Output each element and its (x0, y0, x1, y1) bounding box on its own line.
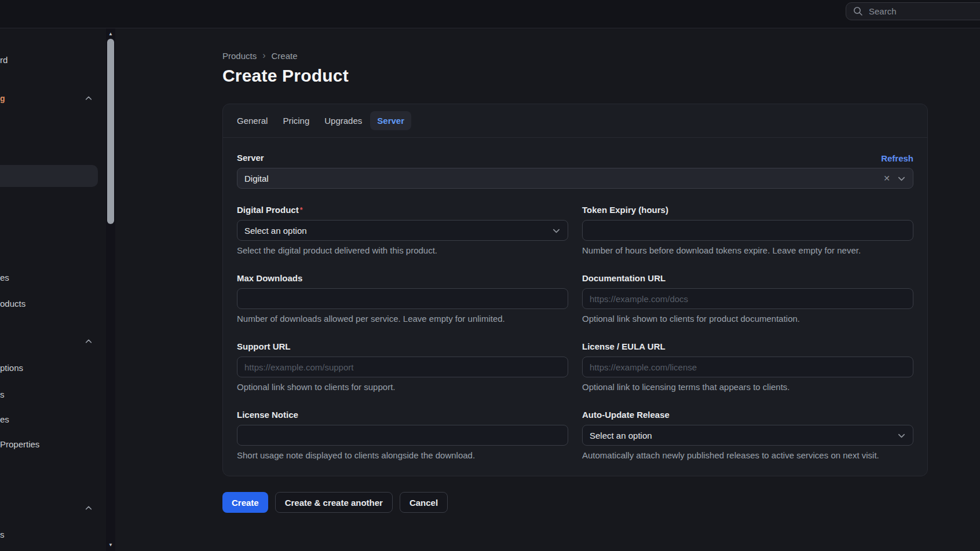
sidebar: rd g es oducts ptions s es (0, 28, 106, 551)
breadcrumb: Products › Create (222, 50, 980, 61)
form-field-license-eula-url: License / EULA URL Optional link to lice… (582, 341, 913, 392)
chevron-down-icon (552, 226, 561, 235)
tab-pricing[interactable]: Pricing (276, 111, 316, 130)
token-expiry-label: Token Expiry (hours) (582, 205, 668, 215)
scrollbar-thumb[interactable] (107, 39, 114, 224)
token-expiry-input[interactable] (582, 220, 913, 241)
sidebar-item-1[interactable]: es (0, 266, 98, 288)
form-field-license-notice: License Notice Short usage note displaye… (237, 410, 568, 461)
server-select-value: Digital (244, 174, 269, 183)
license-notice-label: License Notice (237, 410, 298, 420)
max-downloads-label: Max Downloads (237, 273, 302, 284)
support-url-input[interactable] (237, 357, 568, 377)
tab-general[interactable]: General (230, 111, 275, 130)
form-actions: Create Create & create another Cancel (222, 492, 980, 513)
support-url-label: Support URL (237, 341, 290, 352)
global-search-input[interactable]: Search (846, 2, 980, 20)
search-placeholder: Search (869, 6, 897, 16)
auto-update-release-helper: Automatically attach newly published rel… (582, 450, 913, 461)
chevron-up-icon (85, 94, 93, 104)
topbar: Search (0, 0, 980, 28)
create-and-create-another-button[interactable]: Create & create another (275, 492, 393, 513)
max-downloads-input[interactable] (237, 288, 568, 309)
breadcrumb-item-products[interactable]: Products (222, 51, 257, 61)
sidebar-group-header-3[interactable] (0, 497, 98, 519)
digital-product-helper: Select the digital product delivered wit… (237, 245, 568, 256)
chevron-up-icon (85, 504, 93, 514)
server-select[interactable]: Digital ✕ (237, 168, 913, 189)
sidebar-item-2[interactable]: s (0, 383, 98, 405)
search-icon (853, 6, 863, 16)
sidebar-scrollbar[interactable]: ▲ ▼ (106, 28, 115, 551)
cancel-button[interactable]: Cancel (400, 492, 448, 513)
page-title: Create Product (222, 65, 980, 86)
refresh-link[interactable]: Refresh (881, 153, 913, 163)
documentation-url-label: Documentation URL (582, 273, 665, 284)
license-eula-url-label: License / EULA URL (582, 341, 665, 352)
sidebar-group-header-1[interactable]: g (0, 87, 98, 109)
breadcrumb-item-create: Create (272, 51, 298, 61)
chevron-up-icon (85, 337, 93, 347)
digital-product-select[interactable]: Select an option (237, 220, 568, 241)
sidebar-item-4[interactable]: s (0, 523, 98, 545)
max-downloads-helper: Number of downloads allowed per service.… (237, 314, 568, 324)
form-field-server: Server Refresh Digital ✕ (237, 153, 913, 189)
scrollbar-up-arrow-icon[interactable]: ▲ (106, 31, 115, 37)
form-card: General Pricing Upgrades Server Server R… (222, 104, 928, 476)
sidebar-group-header-2[interactable] (0, 330, 98, 352)
documentation-url-helper: Optional link shown to clients for produ… (582, 314, 913, 324)
license-notice-input[interactable] (237, 425, 568, 446)
form-field-token-expiry: Token Expiry (hours) Number of hours bef… (582, 205, 913, 256)
required-asterisk: * (300, 206, 303, 214)
sidebar-item-subscriptions[interactable]: ptions (0, 357, 98, 379)
chevron-down-icon[interactable] (897, 174, 906, 183)
form-field-auto-update-release: Auto-Update Release Select an option Aut… (582, 410, 913, 461)
sidebar-item-3[interactable]: es (0, 408, 98, 430)
license-eula-url-helper: Optional link to licensing terms that ap… (582, 382, 913, 392)
documentation-url-input[interactable] (582, 288, 913, 309)
sidebar-item-properties[interactable]: Properties (0, 433, 98, 455)
tab-panel-server: Server Refresh Digital ✕ (223, 138, 927, 476)
digital-product-label: Digital Product* (237, 205, 302, 215)
chevron-down-icon (897, 431, 906, 440)
form-field-digital-product: Digital Product* Select an option Select… (237, 205, 568, 256)
clear-icon[interactable]: ✕ (883, 174, 890, 182)
tab-bar: General Pricing Upgrades Server (223, 104, 927, 138)
token-expiry-helper: Number of hours before download tokens e… (582, 245, 913, 256)
sidebar-item-selected[interactable] (0, 165, 98, 187)
sidebar-item-products[interactable]: oducts (0, 292, 98, 314)
tab-server[interactable]: Server (370, 111, 411, 130)
tab-upgrades[interactable]: Upgrades (317, 111, 369, 130)
create-button[interactable]: Create (222, 492, 268, 513)
license-notice-helper: Short usage note displayed to clients al… (237, 450, 568, 461)
scrollbar-down-arrow-icon[interactable]: ▼ (106, 542, 115, 548)
license-eula-url-input[interactable] (582, 357, 913, 377)
form-field-documentation-url: Documentation URL Optional link shown to… (582, 273, 913, 324)
sidebar-item-dashboard[interactable]: rd (0, 49, 98, 71)
support-url-helper: Optional link shown to clients for suppo… (237, 382, 568, 392)
form-field-max-downloads: Max Downloads Number of downloads allowe… (237, 273, 568, 324)
auto-update-release-label: Auto-Update Release (582, 410, 670, 420)
server-label: Server (237, 153, 264, 163)
main-content: Products › Create Create Product General… (115, 28, 980, 551)
form-field-support-url: Support URL Optional link shown to clien… (237, 341, 568, 392)
auto-update-release-select[interactable]: Select an option (582, 425, 913, 446)
chevron-right-icon: › (262, 52, 265, 60)
